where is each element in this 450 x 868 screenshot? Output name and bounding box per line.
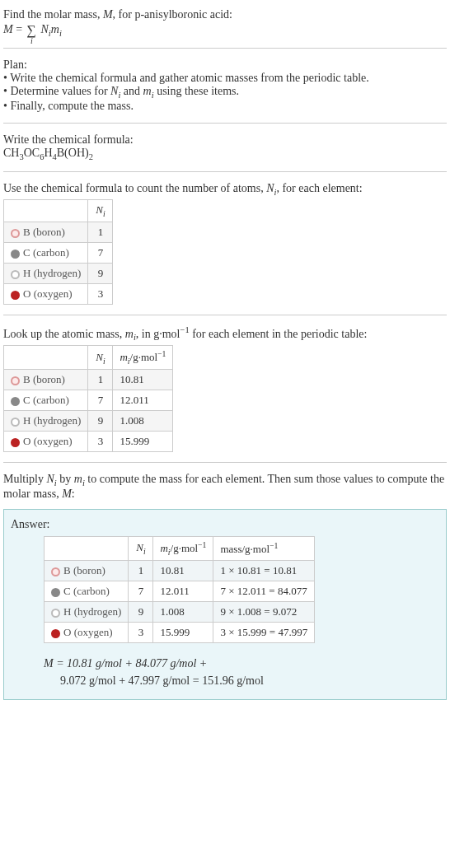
plan-item: Write the chemical formula and gather at… (3, 72, 447, 85)
table-row: C (carbon) 7 (4, 243, 113, 264)
header-mi: mi/g·mol−1 (113, 346, 173, 370)
mi-cell: 15.999 (113, 432, 173, 452)
header-empty (4, 200, 88, 222)
header-mass: mass/g·mol−1 (213, 537, 315, 561)
mi-cell: 12.011 (113, 390, 173, 411)
table-row: O (oxygen) 3 15.999 (4, 432, 173, 452)
header-exp: −1 (198, 540, 206, 549)
header-exp: −1 (157, 349, 166, 358)
boron-swatch-icon (11, 376, 20, 385)
carbon-swatch-icon (51, 588, 60, 597)
formula-part: B(OH) (57, 147, 89, 159)
lookup-title-text: Look up the atomic mass, (3, 328, 125, 340)
header-var: N (96, 203, 103, 216)
oxygen-swatch-icon (11, 438, 20, 447)
hydrogen-swatch-icon (11, 270, 20, 279)
element-label: H (hydrogen) (23, 414, 81, 427)
lookup-section: Look up the atomic mass, mi, in g·mol−1 … (3, 322, 447, 455)
chemical-formula: CH3OC6H4B(OH)2 (3, 147, 447, 161)
ni-cell: 3 (88, 284, 113, 305)
answer-table: Ni mi/g·mol−1 mass/g·mol−1 B (boron) 1 1… (44, 536, 315, 643)
formula-part: H (44, 147, 52, 159)
count-title: Use the chemical formula to count the nu… (3, 182, 447, 197)
element-label: C (carbon) (23, 246, 69, 259)
molar-mass-equation: M = ∑i Nimi (3, 23, 447, 38)
divider (3, 123, 447, 124)
lookup-exp: −1 (180, 325, 189, 334)
element-cell: B (boron) (4, 222, 88, 243)
formula-section: Write the chemical formula: CH3OC6H4B(OH… (3, 130, 447, 165)
answer-label: Answer: (11, 518, 439, 531)
header-unit: mass/g·mol (220, 543, 270, 555)
element-cell: C (carbon) (45, 581, 129, 602)
plan-section: Plan: Write the chemical formula and gat… (3, 55, 447, 116)
table-row: B (boron) 1 10.81 1 × 10.81 = 10.81 (45, 561, 315, 581)
multiply-text: by (57, 473, 74, 485)
lookup-table: Ni mi/g·mol−1 B (boron) 1 10.81 C (carbo… (3, 345, 173, 452)
table-row: H (hydrogen) 9 1.008 (4, 411, 173, 432)
element-label: B (boron) (23, 226, 65, 238)
divider (3, 48, 447, 49)
carbon-swatch-icon (11, 250, 20, 259)
plan-list: Write the chemical formula and gather at… (3, 72, 447, 113)
element-cell: O (oxygen) (4, 284, 88, 305)
mass-cell: 7 × 12.011 = 84.077 (213, 581, 315, 602)
eq-eq: = (13, 23, 26, 35)
divider (3, 462, 447, 463)
element-label: H (hydrogen) (23, 267, 81, 279)
ni-cell: 1 (129, 561, 153, 581)
count-table: Ni B (boron) 1 C (carbon) 7 H (hydrogen)… (3, 199, 113, 305)
header-ni: Ni (88, 346, 113, 370)
formula-title: Write the chemical formula: (3, 133, 447, 147)
final-eq-line1: M = 10.81 g/mol + 84.077 g/mol + (44, 657, 207, 670)
plan-item-text: using these items. (154, 85, 239, 97)
table-row: H (hydrogen) 9 (4, 264, 113, 284)
ni-cell: 7 (129, 581, 153, 602)
sum-index: i (30, 36, 33, 45)
intro-var-m: M (103, 8, 113, 21)
header-var-sub: i (103, 209, 105, 218)
hydrogen-swatch-icon (11, 418, 20, 427)
mi-cell: 12.011 (153, 581, 213, 602)
ni-cell: 9 (88, 411, 113, 432)
oxygen-swatch-icon (11, 291, 20, 300)
mi-cell: 10.81 (113, 370, 173, 390)
eq-ni: N (40, 23, 48, 35)
element-cell: C (carbon) (4, 390, 88, 411)
mass-cell: 9 × 1.008 = 9.072 (213, 602, 315, 623)
multiply-text: Multiply (3, 473, 47, 485)
formula-part: CH (3, 147, 19, 159)
header-var-sub: i (103, 356, 105, 365)
formula-sub: 2 (89, 152, 93, 161)
oxygen-swatch-icon (51, 629, 60, 638)
element-label: C (carbon) (23, 394, 69, 406)
table-row: B (boron) 1 (4, 222, 113, 243)
header-var-sub: i (143, 547, 146, 556)
plan-item: Determine values for Ni and mi using the… (3, 85, 447, 100)
lookup-var: m (125, 328, 134, 340)
table-row: O (oxygen) 3 (4, 284, 113, 305)
divider (3, 315, 447, 315)
intro-text: Find the molar mass, (3, 8, 103, 21)
ni-cell: 3 (88, 432, 113, 452)
ni-cell: 9 (88, 264, 113, 284)
header-unit: /g·mol (130, 352, 158, 364)
mi-cell: 10.81 (153, 561, 213, 581)
header-exp: −1 (270, 541, 278, 550)
ni-cell: 3 (129, 623, 153, 643)
header-unit: /g·mol (171, 543, 199, 555)
table-row: H (hydrogen) 9 1.008 9 × 1.008 = 9.072 (45, 602, 315, 623)
mi-cell: 1.008 (113, 411, 173, 432)
mass-cell: 1 × 10.81 = 10.81 (213, 561, 315, 581)
count-title-text: , for each element: (276, 182, 362, 194)
table-row: C (carbon) 7 12.011 (4, 390, 173, 411)
table-header-row: Ni (4, 200, 113, 222)
mi-cell: 1.008 (153, 602, 213, 623)
header-mi: mi/g·mol−1 (153, 537, 213, 561)
ni-cell: 1 (88, 370, 113, 390)
table-header-row: Ni mi/g·mol−1 mass/g·mol−1 (45, 537, 315, 561)
ni-cell: 7 (88, 243, 113, 264)
header-var: m (120, 352, 127, 364)
eq-lhs: M (3, 23, 13, 35)
intro-suffix: , for p-anisylboronic acid: (113, 8, 232, 21)
